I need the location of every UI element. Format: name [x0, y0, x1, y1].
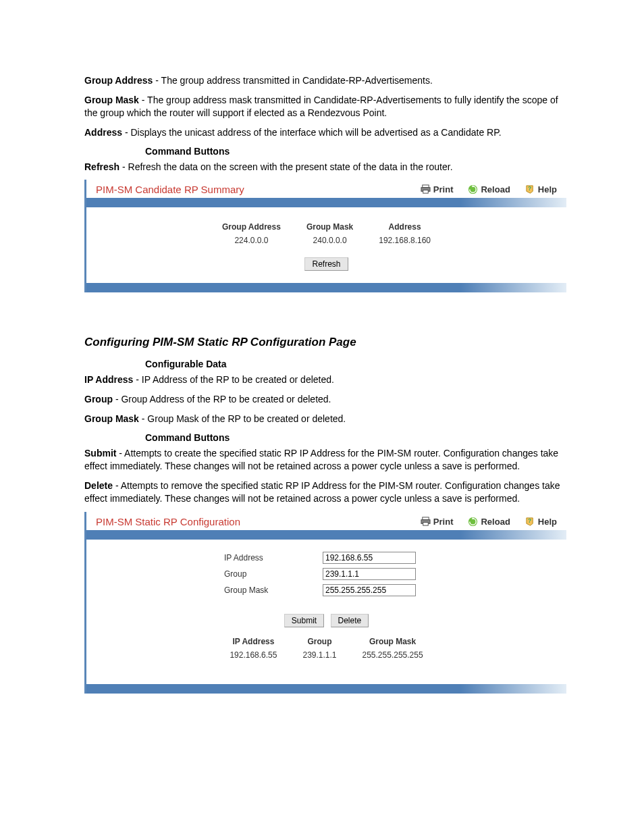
delete-button[interactable]: Delete	[331, 614, 369, 627]
def-refresh: Refresh - Refresh the data on the screen…	[84, 161, 566, 174]
decorative-bar	[86, 283, 566, 292]
subheading-command-buttons-1: Command Buttons	[145, 146, 566, 157]
def-delete: Delete - Attempts to remove the specifie…	[84, 479, 566, 505]
panel-candidate-rp-summary: PIM-SM Candidate RP Summary Print Reload…	[84, 180, 566, 292]
svg-rect-0	[423, 185, 429, 188]
def-submit: Submit - Attempts to create the specifie…	[84, 447, 566, 473]
panel-title: PIM-SM Candidate RP Summary	[96, 184, 421, 195]
printer-icon	[421, 517, 431, 527]
def-group-address: Group Address - The group address transm…	[84, 74, 566, 87]
reload-icon	[468, 517, 478, 527]
decorative-bar	[86, 198, 566, 207]
print-link[interactable]: Print	[421, 184, 454, 194]
def-group-mask: Group Mask - The group address mask tran…	[84, 94, 566, 120]
table-header-row: IP Address Group Group Mask	[217, 635, 435, 648]
subheading-command-buttons-2: Command Buttons	[145, 432, 566, 443]
print-link[interactable]: Print	[421, 517, 454, 527]
group-mask-label: Group Mask	[224, 584, 305, 596]
ip-address-input[interactable]	[323, 552, 416, 564]
svg-text:?: ?	[528, 517, 531, 524]
section-title-static-rp: Configuring PIM-SM Static RP Configurati…	[84, 336, 566, 349]
group-label: Group	[224, 568, 305, 580]
svg-text:?: ?	[528, 186, 531, 192]
static-rp-table: IP Address Group Group Mask 192.168.6.55…	[216, 634, 436, 662]
help-icon: ?	[525, 517, 535, 527]
svg-rect-5	[423, 517, 429, 520]
help-link[interactable]: ? Help	[525, 184, 557, 194]
reload-link[interactable]: Reload	[468, 517, 510, 527]
table-row: 224.0.0.0 240.0.0.0 192.168.8.160	[210, 234, 443, 246]
printer-icon	[421, 184, 431, 194]
table-header-row: Group Address Group Mask Address	[210, 221, 443, 233]
help-link[interactable]: ? Help	[525, 517, 557, 527]
panel-static-rp-config: PIM-SM Static RP Configuration Print Rel…	[84, 512, 566, 694]
reload-link[interactable]: Reload	[468, 184, 510, 194]
refresh-button[interactable]: Refresh	[304, 257, 348, 271]
ip-address-label: IP Address	[224, 552, 305, 564]
group-mask-input[interactable]	[323, 584, 416, 596]
def-group: Group - Group Address of the RP to be cr…	[84, 393, 566, 406]
panel-title: PIM-SM Static RP Configuration	[96, 516, 421, 527]
help-icon: ?	[525, 184, 535, 194]
decorative-bar	[86, 684, 566, 694]
def-ip-address: IP Address - IP Address of the RP to be …	[84, 373, 566, 386]
subheading-configurable-data: Configurable Data	[145, 359, 566, 369]
decorative-bar	[86, 530, 566, 540]
def-address: Address - Displays the unicast address o…	[84, 126, 566, 139]
reload-icon	[468, 184, 478, 194]
summary-table: Group Address Group Mask Address 224.0.0…	[209, 219, 444, 248]
table-row: 192.168.6.55 239.1.1.1 255.255.255.255	[217, 649, 435, 661]
def-group-mask-2: Group Mask - Group Mask of the RP to be …	[84, 413, 566, 425]
svg-rect-7	[423, 522, 429, 525]
group-input[interactable]	[323, 568, 416, 580]
svg-rect-2	[423, 190, 429, 194]
submit-button[interactable]: Submit	[284, 614, 324, 627]
